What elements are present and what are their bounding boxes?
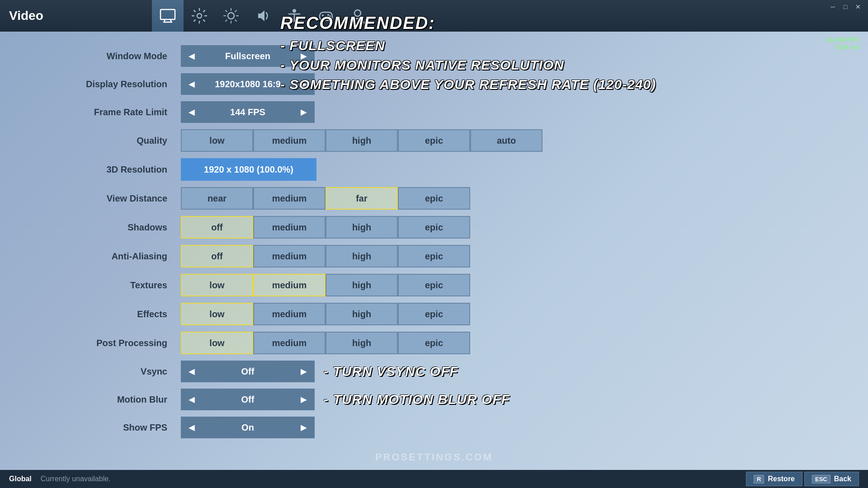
vsync-next[interactable]: ▶ xyxy=(293,361,315,382)
minimize-button[interactable]: ─ xyxy=(826,2,839,12)
show-fps-value: On xyxy=(203,417,293,438)
nav-controller-button[interactable] xyxy=(310,0,342,32)
status-text: Currently unavailable. xyxy=(41,475,111,483)
shadows-medium-btn[interactable]: medium xyxy=(253,216,326,239)
vsync-prev[interactable]: ◀ xyxy=(181,361,203,382)
global-label: Global xyxy=(9,475,32,483)
tex-low-btn[interactable]: low xyxy=(181,274,253,296)
view-near-btn[interactable]: near xyxy=(181,187,253,210)
view-medium-btn[interactable]: medium xyxy=(253,187,326,210)
display-resolution-next[interactable]: ▶ xyxy=(293,73,315,95)
frame-rate-value: 144 FPS xyxy=(203,101,293,123)
resolution-3d-value[interactable]: 868 x 488 (100.0%) xyxy=(181,158,316,181)
svg-point-4 xyxy=(197,14,202,18)
frame-rate-prev[interactable]: ◀ xyxy=(181,101,203,123)
restore-button[interactable]: R Restore xyxy=(746,472,802,486)
show-fps-row: Show FPS ◀ On ▶ xyxy=(36,417,832,438)
shadows-buttons: off medium high epic xyxy=(181,216,470,239)
svg-point-5 xyxy=(228,13,234,19)
eff-low-btn[interactable]: low xyxy=(181,303,253,325)
nav-brightness-button[interactable] xyxy=(215,0,247,32)
vsync-value: Off xyxy=(203,361,293,382)
view-distance-row: View Distance near medium far epic xyxy=(36,187,832,210)
pp-high-btn[interactable]: high xyxy=(326,332,398,354)
display-resolution-prev[interactable]: ◀ xyxy=(181,73,203,95)
aa-medium-btn[interactable]: medium xyxy=(253,245,326,267)
frame-rate-control: ◀ 144 FPS ▶ xyxy=(181,101,315,123)
aa-epic-btn[interactable]: epic xyxy=(398,245,470,267)
quality-label: Quality xyxy=(36,136,181,146)
textures-label: Textures xyxy=(36,280,181,291)
pp-epic-btn[interactable]: epic xyxy=(398,332,470,354)
anti-aliasing-label: Anti-Aliasing xyxy=(36,251,181,262)
shadows-label: Shadows xyxy=(36,222,181,233)
view-epic-btn[interactable]: epic xyxy=(398,187,470,210)
restore-label: Restore xyxy=(768,475,795,483)
display-resolution-value: 868x488 16:9 xyxy=(203,73,293,95)
back-button[interactable]: ESC Back xyxy=(804,472,859,486)
svg-point-11 xyxy=(327,14,329,16)
motion-blur-control: ◀ Off ▶ - TURN MOTION BLUR OFF xyxy=(181,389,510,410)
nav-icons xyxy=(152,0,373,32)
svg-rect-0 xyxy=(160,9,175,19)
effects-buttons: low medium high epic xyxy=(181,303,470,325)
nav-settings-button[interactable] xyxy=(184,0,215,32)
back-key: ESC xyxy=(812,475,830,483)
window-mode-control: ◀ Fullscreen ▶ xyxy=(181,45,315,67)
nav-bar: Video xyxy=(0,0,868,32)
shadows-row: Shadows off medium high epic xyxy=(36,216,832,239)
back-label: Back xyxy=(834,475,851,483)
motion-blur-value: Off xyxy=(203,389,293,410)
vsync-annotation: - TURN VSYNC OFF xyxy=(324,364,458,379)
pp-low-btn[interactable]: low xyxy=(181,332,253,354)
display-resolution-control: ◀ 868x488 16:9 ▶ xyxy=(181,73,315,95)
frame-rate-label: Frame Rate Limit xyxy=(36,107,181,117)
eff-medium-btn[interactable]: medium xyxy=(253,303,326,325)
window-mode-row: Window Mode ◀ Fullscreen ▶ xyxy=(36,45,832,67)
svg-point-12 xyxy=(329,15,331,17)
view-distance-label: View Distance xyxy=(36,193,181,204)
window-mode-value: Fullscreen xyxy=(203,45,293,67)
bottom-bar: Global Currently unavailable. R Restore … xyxy=(0,470,868,488)
shadows-high-btn[interactable]: high xyxy=(326,216,398,239)
nav-account-button[interactable] xyxy=(342,0,373,32)
anti-aliasing-buttons: off medium high epic xyxy=(181,245,470,267)
quality-medium-btn[interactable]: medium xyxy=(253,129,326,152)
tex-epic-btn[interactable]: epic xyxy=(398,274,470,296)
view-distance-buttons: near medium far epic xyxy=(181,187,470,210)
pp-medium-btn[interactable]: medium xyxy=(253,332,326,354)
svg-marker-6 xyxy=(258,10,264,21)
svg-point-7 xyxy=(292,9,296,13)
post-processing-label: Post Processing xyxy=(36,338,181,348)
window-mode-next[interactable]: ▶ xyxy=(293,45,315,67)
nav-audio-button[interactable] xyxy=(247,0,278,32)
motion-blur-annotation: - TURN MOTION BLUR OFF xyxy=(324,392,510,407)
tex-medium-btn[interactable]: medium xyxy=(253,274,326,296)
view-far-btn[interactable]: far xyxy=(326,187,398,210)
quality-auto-btn[interactable]: auto xyxy=(470,129,542,152)
nav-video-button[interactable] xyxy=(152,0,184,32)
aa-high-btn[interactable]: high xyxy=(326,245,398,267)
aa-off-btn[interactable]: off xyxy=(181,245,253,267)
tex-high-btn[interactable]: high xyxy=(326,274,398,296)
nav-accessibility-button[interactable] xyxy=(278,0,310,32)
eff-high-btn[interactable]: high xyxy=(326,303,398,325)
quality-epic-btn[interactable]: epic xyxy=(398,129,470,152)
quality-low-btn[interactable]: low xyxy=(181,129,253,152)
textures-row: Textures low medium high epic xyxy=(36,274,832,296)
motion-blur-prev[interactable]: ◀ xyxy=(181,389,203,410)
restore-button[interactable]: □ xyxy=(839,2,852,12)
window-mode-prev[interactable]: ◀ xyxy=(181,45,203,67)
quality-high-btn[interactable]: high xyxy=(326,129,398,152)
show-fps-prev[interactable]: ◀ xyxy=(181,417,203,438)
show-fps-next[interactable]: ▶ xyxy=(293,417,315,438)
shadows-epic-btn[interactable]: epic xyxy=(398,216,470,239)
close-button[interactable]: ✕ xyxy=(852,2,864,12)
textures-buttons: low medium high epic xyxy=(181,274,470,296)
eff-epic-btn[interactable]: epic xyxy=(398,303,470,325)
post-processing-buttons: low medium high epic xyxy=(181,332,470,354)
quality-row: Quality low medium high epic auto xyxy=(36,129,832,152)
frame-rate-next[interactable]: ▶ xyxy=(293,101,315,123)
shadows-off-btn[interactable]: off xyxy=(181,216,253,239)
motion-blur-next[interactable]: ▶ xyxy=(293,389,315,410)
